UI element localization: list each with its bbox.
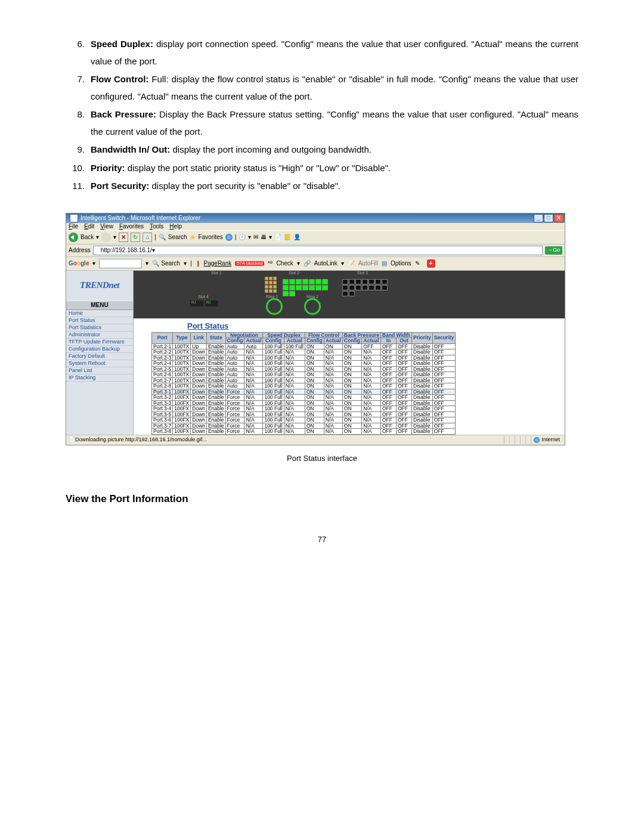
table-row[interactable]: Port.2-4100TXDownEnableAutoN/A100 FullN/… [152, 361, 456, 367]
port-status-table: Port Type Link State Negotiation Speed D… [151, 332, 456, 435]
page-icon [95, 247, 101, 253]
list-item: 7.Flow Control: Full: display the flow c… [66, 71, 578, 105]
spellcheck-icon[interactable]: ᴬᴮ [268, 261, 273, 267]
google-search-input[interactable] [99, 259, 142, 268]
highlight-icon[interactable]: ✎ [415, 261, 420, 267]
module-slot: RJ [190, 301, 203, 306]
window-title: Intelligent Switch - Microsoft Internet … [80, 215, 200, 221]
list-item: 6.Speed Duplex: display port connection … [66, 36, 578, 70]
window-titlebar: Intelligent Switch - Microsoft Internet … [66, 213, 565, 223]
sidebar-item-panel-list[interactable]: Panel List [66, 367, 133, 374]
table-row[interactable]: Port.2-6100TXDownEnableAutoN/A100 FullN/… [152, 372, 456, 378]
content-title: Port Status [134, 318, 565, 332]
messenger-icon[interactable]: 👤 [293, 234, 301, 240]
print-icon[interactable]: 🖶 [261, 234, 267, 240]
google-toolbar: Google▾ ▾ 🔍 Search▾ | ❙PageRank 574 bloc… [66, 257, 565, 271]
main-content: Slot 1 Slot 2 Slot 3 Slot 4 Ring 1 Ring … [134, 271, 565, 435]
address-input[interactable]: http://192.168.16.1/ ▾ [93, 246, 543, 255]
sidebar-item-configuration-backup[interactable]: Configuration Backup [66, 346, 133, 353]
list-item: 9.Bandwidth In/ Out: display the port in… [66, 141, 578, 159]
favorites-icon[interactable]: ★ [190, 234, 196, 241]
google-search-button[interactable]: 🔍 Search [152, 261, 179, 267]
address-url: http://192.168.16.1/ [101, 247, 152, 253]
options-icon[interactable]: ▤ [382, 261, 387, 267]
ie-icon [70, 214, 78, 222]
google-plus-icon[interactable]: + [427, 259, 435, 268]
search-icon[interactable]: 🔍 [159, 234, 166, 240]
refresh-icon[interactable]: ↻ [131, 233, 140, 242]
menu-favorites[interactable]: Favorites [119, 224, 144, 230]
search-label[interactable]: Search [168, 234, 187, 240]
forward-icon[interactable] [101, 233, 111, 242]
status-bar: 📄 Downloading picture http://192.168.16.… [66, 435, 565, 445]
table-row[interactable]: Port.3-4100FXDownEnableForceN/A100 FullN… [152, 406, 456, 412]
history-icon[interactable]: 🕘 [239, 234, 246, 240]
edit-icon[interactable]: 📄 [274, 234, 281, 240]
back-label[interactable]: Back [80, 234, 94, 240]
media-icon[interactable] [225, 234, 233, 241]
section-heading: View the Port Information [66, 490, 578, 509]
discuss-icon[interactable]: 📒 [284, 234, 291, 240]
menu-header: MENU [66, 301, 133, 310]
sidebar-item-ip-stacking[interactable]: IP Stacking [66, 374, 133, 382]
menu-help[interactable]: Help [169, 224, 182, 230]
menu-view[interactable]: View [100, 224, 113, 230]
pagerank-icon[interactable]: ❙ [196, 261, 200, 267]
minimize-button[interactable]: _ [534, 214, 543, 222]
go-button[interactable]: → Go [545, 246, 562, 255]
internet-zone-icon [534, 437, 540, 443]
home-icon[interactable]: ⌂ [143, 233, 152, 242]
menu-tools[interactable]: Tools [150, 224, 163, 230]
table-row[interactable]: Port.3-8100FXDownEnableForceN/A100 FullN… [152, 429, 456, 435]
maximize-button[interactable]: □ [544, 214, 553, 222]
ring-indicator-2 [304, 298, 321, 315]
switch-front-panel: Slot 1 Slot 2 Slot 3 Slot 4 Ring 1 Ring … [134, 271, 565, 318]
table-row[interactable]: Port.3-2100FXDownEnableForceN/A100 FullN… [152, 395, 456, 401]
popup-blocked-badge[interactable]: 574 blocked [235, 261, 264, 266]
sidebar: TRENDnet MENU HomePort StatusPort Statis… [66, 271, 134, 435]
menu-file[interactable]: File [69, 224, 78, 230]
autofill-icon[interactable]: 📝 [348, 261, 355, 267]
page-icon: 📄 [69, 437, 75, 442]
module-slot: RJ [205, 301, 218, 306]
brand-logo: TRENDnet [66, 271, 133, 301]
table-row[interactable]: Port.3-6100FXDownEnableForceN/A100 FullN… [152, 417, 456, 423]
browser-toolbar: Back ▾ ▾ ✕ ↻ ⌂ | 🔍 Search ★ Favorites | … [66, 230, 565, 244]
back-icon[interactable] [69, 233, 78, 242]
autolink-icon[interactable]: 🔗 [304, 261, 311, 267]
sidebar-item-port-statistics[interactable]: Port Statistics [66, 324, 133, 332]
port-block-slot2 [283, 279, 334, 296]
stop-icon[interactable]: ✕ [119, 233, 128, 242]
page-number: 77 [66, 532, 578, 547]
google-logo: Google [69, 261, 89, 267]
list-item: 10.Priority: display the port static pri… [66, 160, 578, 177]
sidebar-item-system-reboot[interactable]: System Reboot [66, 360, 133, 367]
list-item: 8.Back Pressure: Display the Back Pressu… [66, 106, 578, 140]
sidebar-item-administrator[interactable]: Administrator [66, 332, 133, 339]
list-item: 11.Port Security: display the port secur… [66, 178, 578, 195]
favorites-label[interactable]: Favorites [199, 234, 223, 240]
sidebar-item-port-status[interactable]: Port Status [66, 317, 133, 324]
status-text: Downloading picture http://192.168.16.1/… [75, 437, 207, 442]
address-bar: Address http://192.168.16.1/ ▾ → Go [66, 244, 565, 257]
address-label: Address [69, 247, 91, 253]
led-block [265, 277, 277, 293]
table-row[interactable]: Port.2-8100TXDownEnableAutoN/A100 FullN/… [152, 383, 456, 389]
port-block-slot3 [342, 279, 394, 296]
sidebar-item-home[interactable]: Home [66, 310, 133, 317]
close-button[interactable]: X [554, 214, 564, 222]
menu-bar: FileEditViewFavoritesToolsHelp [66, 223, 565, 230]
figure-caption: Port Status interface [66, 451, 578, 466]
ring-indicator-1 [266, 298, 283, 315]
menu-edit[interactable]: Edit [84, 224, 94, 230]
sidebar-item-tftp-update-firmware[interactable]: TFTP Update Firmware [66, 339, 133, 346]
table-row[interactable]: Port.2-2100TXDownEnableAutoN/A100 FullN/… [152, 349, 456, 355]
sidebar-item-factory-default[interactable]: Factory Default [66, 353, 133, 360]
definition-list: 6.Speed Duplex: display port connection … [66, 36, 578, 195]
screenshot-figure: Intelligent Switch - Microsoft Internet … [66, 213, 565, 445]
mail-icon[interactable]: ✉ [253, 234, 258, 240]
